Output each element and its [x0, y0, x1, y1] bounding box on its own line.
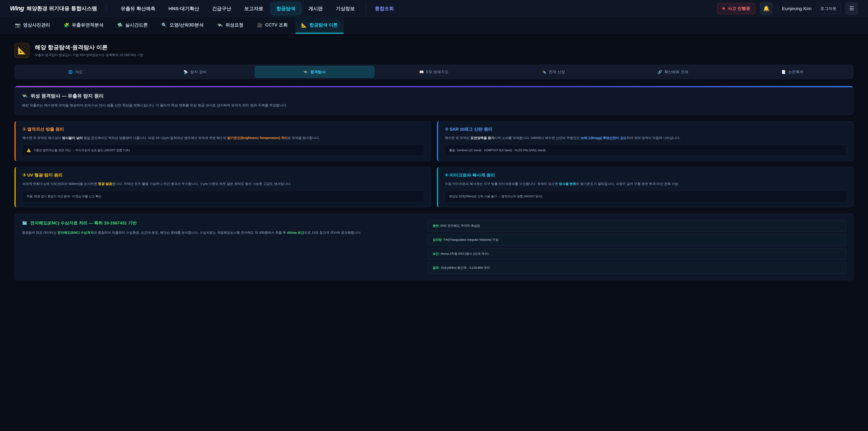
- principle-card-note-text: 적용: 해경 감시 항공기 야간 탐색 · 비정상 유출 신고 확인: [27, 194, 101, 198]
- pill-tab[interactable]: 📑논문특허: [733, 66, 852, 78]
- enc-section-left: 🗺️ 전자해도(ENC) 수심자료 처리 — 특허 10-1567431 기반 …: [22, 220, 417, 274]
- text-segment: 으로 15초 등간격 격자에 정규화합니다.: [304, 231, 362, 235]
- incident-status-badge[interactable]: 사고 진행중: [717, 3, 755, 14]
- hamburger-icon: ☰: [849, 5, 854, 11]
- pill-tab-label: 확산예측 연계: [664, 69, 688, 74]
- triangle-ruler-icon: 📐: [18, 47, 26, 55]
- nav-item[interactable]: 보고자료: [239, 2, 269, 15]
- principle-card-note: 해상도 한계(50km)로 단독 사용 불가 → 열적외선과 융합 (NGSST…: [445, 191, 846, 202]
- top-navbar: Wing 해양환경 위기대응 통합시스템 유출유 확산예측HNS·대기확산긴급구…: [0, 0, 868, 17]
- logo-mark: Wing: [10, 5, 24, 12]
- pen-icon: ✒️: [542, 70, 546, 74]
- triangle-ruler-icon: 📐: [301, 22, 307, 28]
- main-menu: 유출유 확산예측HNS·대기확산긴급구난보고자료항공탐색게시판기상정보통합조회: [116, 2, 399, 15]
- intro-section-title-row: 🛰️ 위성 원격탐사 — 유출유 탐지 원리: [22, 93, 846, 99]
- subnav-tab[interactable]: 🛸실시간드론: [111, 17, 154, 34]
- notification-bell-button[interactable]: 🔔: [760, 2, 773, 15]
- subnav-tab-label: 오염/선박3D분석: [169, 22, 204, 28]
- nav-item[interactable]: 게시판: [303, 2, 328, 15]
- text-segment: 방사율이 낮아: [62, 136, 83, 140]
- subnav-tab[interactable]: 🧩유출유면적분석: [58, 17, 110, 34]
- principle-card-body: 수동 마이크로파 복사계는 지구 방출 마이크로파를 수신합니다. 유막이 있으…: [445, 181, 846, 186]
- camera-icon: 📷: [15, 22, 21, 28]
- principle-cards-grid: ① 열적외선 방출 원리해수면 위 유막은 해수보다 방사율이 낮아 동일 온도…: [14, 121, 854, 207]
- principle-card-body: 해수면 위 유막은 표면장력을 증가시켜 소파를 억제합니다. SAR에서 해수…: [445, 135, 846, 141]
- text-segment: 로 밝기온도가 달라집니다. 파장이 길어 구름 완전 투과·야간 관측 가능.: [576, 182, 679, 186]
- subnav-tab[interactable]: 📐항공탐색 이론: [296, 17, 344, 34]
- pill-tab-label: ESI 방제지도: [426, 69, 449, 74]
- principle-card-body: 해수면 위 유막은 해수보다 방사율이 낮아 동일 온도에서도 적외선 방출량이…: [22, 135, 424, 141]
- nav-item[interactable]: 통합조회: [366, 2, 399, 15]
- pill-tab[interactable]: 🛰️원격탐사: [255, 66, 374, 78]
- magnifier-icon: 🔍: [161, 22, 167, 28]
- intro-section-description: 해양 유출유는 해수면에 유막을 형성하여 전자기파 반사·방출·산란 특성을 …: [22, 102, 846, 108]
- pill-tab[interactable]: 🌐개요: [16, 66, 135, 78]
- enc-step-text: : 15초(463m) 등간격 · 3,225,600 격자: [439, 266, 490, 270]
- text-segment: 수동 마이크로파 복사계는 지구 방출 마이크로파를 수신합니다. 유막이 있으…: [445, 182, 559, 186]
- pill-tab[interactable]: 📖ESI 방제지도: [374, 66, 494, 78]
- enc-step: 결과 : 15초(463m) 등간격 · 3,225,600 격자: [428, 262, 846, 274]
- text-segment: 브래그(Bragg) 후방산란이 감소: [581, 136, 627, 140]
- subnav-tab[interactable]: 🔍오염/선박3D분석: [156, 17, 210, 34]
- text-segment: 석유계 탄화수소에 자외선(310~400nm)을 조사하면: [22, 182, 98, 186]
- map-icon: 🗺️: [22, 220, 27, 225]
- enc-step: 보간 : Akima 2차원 5차다항식 (21개 계수): [428, 248, 846, 260]
- satellite-icon: 🛰️: [303, 70, 308, 74]
- enc-step: 원본 : ENC 전자해도 무작위 측심점: [428, 220, 846, 232]
- principle-card-body: 석유계 탄화수소에 자외선(310~400nm)을 조사하면 형광 발광합니다.…: [22, 181, 424, 186]
- enc-step: 삼각망 : TIN(Triangulated Irregular Network…: [428, 234, 846, 246]
- principle-card-title: ③ UV 형광 탐지 원리: [22, 172, 424, 178]
- principle-card-note-text: 구름은 열적외선을 완전 차단 → 마이크로파 보조 필요 (NGSST 융합 …: [33, 148, 130, 152]
- sub-navigation: 📷영상사진관리🧩유출유면적분석🛸실시간드론🔍오염/선박3D분석🛰️위성요청🎥CC…: [0, 17, 868, 34]
- pill-tab-label: 원격탐사: [310, 69, 326, 74]
- principle-card-title: ④ 마이크로파 복사계 원리: [445, 172, 846, 178]
- text-segment: 항공탐색 좌표 데이터는: [22, 231, 57, 235]
- subnav-tab-label: CCTV 조회: [265, 22, 288, 28]
- intro-section-title: 위성 원격탐사 — 유출유 탐지 원리: [31, 93, 103, 99]
- subnav-tab-label: 영상사진관리: [23, 22, 50, 28]
- enc-step-label: 보간: [433, 252, 439, 256]
- text-segment: 와 중첩되어 유출유의 수심환경, 조간대 분포, 해안선 형태를 분석합니다.…: [94, 231, 287, 235]
- app-logo: Wing 해양환경 위기대응 통합시스템: [10, 5, 97, 12]
- app-title: 해양환경 위기대응 통합시스템: [27, 5, 97, 12]
- nav-item[interactable]: 기상정보: [331, 2, 360, 15]
- pill-tab-label: 개요: [75, 69, 83, 74]
- subnav-tab[interactable]: 🎥CCTV 조회: [251, 17, 293, 34]
- globe-icon: 🌐: [68, 70, 73, 74]
- text-segment: 로 유막을 탐지합니다.: [287, 136, 320, 140]
- text-segment: 동일 온도에서도 적외선 방출량이 다릅니다. 파장 10~12μm 열적외선 …: [83, 136, 227, 140]
- subnav-tab-label: 위성요청: [225, 22, 243, 28]
- pill-tab[interactable]: 📡탐지 장비: [135, 66, 255, 78]
- status-dot-icon: [722, 7, 725, 10]
- principle-card: ④ 마이크로파 복사계 원리수동 마이크로파 복사계는 지구 방출 마이크로파를…: [437, 167, 854, 207]
- pill-tab[interactable]: ✒️면적 산정: [494, 66, 613, 78]
- remote-sensing-intro-card: 🛰️ 위성 원격탐사 — 유출유 탐지 원리 해양 유출유는 해수면에 유막을 …: [14, 86, 854, 115]
- nav-divider: [777, 5, 777, 12]
- nav-divider: [106, 5, 106, 12]
- nav-item[interactable]: HNS·대기확산: [163, 2, 204, 15]
- principle-card: ① 열적외선 방출 원리해수면 위 유막은 해수보다 방사율이 낮아 동일 온도…: [14, 121, 431, 161]
- page-title: 해양 항공탐색·원격탐사 이론: [35, 43, 144, 51]
- hamburger-menu-button[interactable]: ☰: [845, 2, 858, 15]
- subnav-tab[interactable]: 🛰️위성요청: [211, 17, 249, 34]
- text-segment: 해수면 위 유막은 해수보다: [22, 136, 62, 140]
- page-icon-box: 📐: [14, 43, 29, 58]
- enc-step-label: 원본: [433, 224, 439, 228]
- nav-item[interactable]: 유출유 확산예측: [116, 2, 161, 15]
- enc-section-title: 전자해도(ENC) 수심자료 처리 — 특허 10-1567431 기반: [30, 220, 137, 226]
- principle-card-title: ② SAR 브래그 산란 원리: [445, 126, 846, 132]
- content-area: 📐 해양 항공탐색·원격탐사 이론 유출유 원격탐지·항공감시 기법·ESI 방…: [0, 34, 868, 288]
- logout-button[interactable]: 로그아웃: [816, 4, 841, 13]
- cctv-camera-icon: 🎥: [257, 22, 263, 28]
- nav-item[interactable]: 긴급구난: [207, 2, 237, 15]
- warning-icon: ⚠️: [27, 148, 31, 152]
- pill-tab-label: 면적 산정: [549, 69, 565, 74]
- text-segment: 밝기온도(Brightness Temperature) 차이: [227, 136, 287, 140]
- subnav-tab-label: 항공탐색 이론: [309, 22, 338, 28]
- principle-card-title: ① 열적외선 방출 원리: [22, 126, 424, 132]
- text-segment: 합니다. 주야간 모두 활용 가능하나 야간 효과가 우수합니다. 수μm 수준…: [112, 182, 291, 186]
- enc-processing-steps: 원본 : ENC 전자해도 무작위 측심점삼각망 : TIN(Triangula…: [428, 220, 846, 274]
- pill-tab[interactable]: 🔗확산예측 연계: [613, 66, 733, 78]
- nav-item[interactable]: 항공탐색: [271, 2, 301, 15]
- subnav-tab[interactable]: 📷영상사진관리: [9, 17, 56, 34]
